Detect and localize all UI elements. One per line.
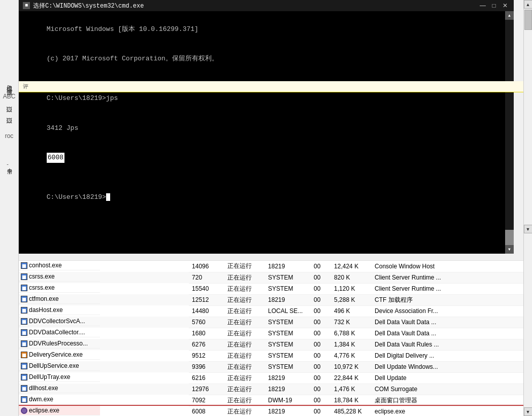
proc-name: conhost.exe	[19, 261, 100, 270]
proc-pid: 15540	[189, 283, 224, 294]
proc-desc: Console Window Host	[372, 261, 523, 272]
table-row[interactable]: DeliveryService.exe 9512 正在运行 SYSTEM 00 …	[19, 350, 523, 361]
proc-user: SYSTEM	[265, 283, 311, 294]
table-row[interactable]: ctfmon.exe 12512 正在运行 18219 00 5,288 K C…	[19, 294, 523, 305]
table-row[interactable]: csrss.exe 15540 正在运行 SYSTEM 00 1,120 K C…	[19, 283, 523, 294]
proc-icon	[21, 352, 27, 358]
proc-desc: Dell Update Windows...	[372, 361, 523, 372]
cmd-titlebar: ■ 选择C:\WINDOWS\system32\cmd.exe — □ ✕	[19, 0, 514, 11]
table-row[interactable]: conhost.exe 14096 正在运行 18219 00 12,424 K…	[19, 261, 523, 272]
proc-pid: 9396	[189, 361, 224, 372]
minimize-button[interactable]: —	[478, 1, 487, 10]
right-scrollbar[interactable]: ▲ ▼ ▼	[523, 0, 532, 416]
sidebar-item-cmd: 令,用于	[6, 164, 12, 165]
proc-pid: 14480	[189, 305, 224, 317]
proc-cpu: 00	[311, 317, 331, 328]
proc-icon	[21, 396, 27, 403]
cmd-scrollbar[interactable]: ▲ ▼	[505, 11, 514, 254]
proc-name-text: csrss.exe	[29, 273, 55, 280]
cmd-cursor	[106, 193, 110, 201]
proc-mem: 18,784 K	[331, 395, 372, 406]
cmd-line1: Microsoft Windows [版本 10.0.16299.371]	[47, 25, 198, 33]
proc-status: 正在运行	[224, 283, 265, 294]
table-row[interactable]: dasHost.exe 14480 正在运行 LOCAL SE... 00 49…	[19, 305, 523, 317]
proc-desc: Dell Data Vault Data ...	[372, 317, 523, 328]
proc-mem: 12,424 K	[331, 261, 372, 272]
proc-mem: 496 K	[331, 305, 372, 317]
proc-status: 正在运行	[224, 395, 265, 406]
left-sidebar: 虚拟机 拖放/ ABC 🖼 🖼 roc 令,用于	[0, 0, 19, 416]
scroll-down-arrow[interactable]: ▼	[524, 407, 533, 416]
proc-user: 18219	[265, 294, 311, 305]
partial-top-row	[19, 254, 523, 261]
proc-status: 正在运行	[224, 305, 265, 317]
proc-cpu: 00	[311, 384, 331, 395]
table-row[interactable]: DDVRulesProcesso... 6276 正在运行 SYSTEM 00 …	[19, 339, 523, 350]
proc-status: 正在运行	[224, 361, 265, 372]
proc-pid: 7092	[189, 395, 224, 406]
sidebar-item-abc: ABC	[3, 93, 16, 100]
cmd-scroll-thumb[interactable]	[505, 230, 514, 245]
proc-name-text: csrss.exe	[29, 284, 55, 291]
proc-name-text: dasHost.exe	[29, 306, 63, 314]
table-row[interactable]: dwm.exe 7092 正在运行 DWM-19 00 18,784 K 桌面窗…	[19, 395, 523, 406]
proc-cpu: 00	[311, 350, 331, 361]
proc-mem: 820 K	[331, 272, 372, 283]
proc-icon	[21, 285, 27, 291]
proc-mem: 1,120 K	[331, 283, 372, 294]
cmd-title: 选择C:\WINDOWS\system32\cmd.exe	[33, 2, 144, 10]
cmd-scroll-down[interactable]: ▼	[505, 245, 514, 254]
proc-icon	[21, 318, 27, 325]
table-row[interactable]: DDVCollectorSvcA... 5760 正在运行 SYSTEM 00 …	[19, 317, 523, 328]
proc-mem: 485,228 K	[331, 406, 372, 416]
proc-icon	[21, 273, 27, 280]
proc-desc: Client Server Runtime ...	[372, 283, 523, 294]
scroll-thumb[interactable]	[524, 10, 532, 30]
proc-user: DWM-19	[265, 395, 311, 406]
scroll-up-arrow[interactable]: ▲	[524, 0, 533, 9]
proc-mem: 6,788 K	[331, 328, 372, 339]
proc-cpu: 00	[311, 328, 331, 339]
scroll-down-arrow-mid[interactable]: ▼	[524, 225, 533, 233]
table-row[interactable]: DellUpService.exe 9396 正在运行 SYSTEM 00 10…	[19, 361, 523, 372]
proc-user: SYSTEM	[265, 339, 311, 350]
table-row[interactable]: DDVDataCollector.... 1680 正在运行 SYSTEM 00…	[19, 328, 523, 339]
close-button[interactable]: ✕	[501, 1, 510, 10]
proc-icon	[21, 374, 27, 380]
proc-icon	[21, 262, 27, 269]
proc-cpu: 00	[311, 406, 331, 416]
proc-name: dllhost.exe	[19, 384, 100, 393]
table-row[interactable]: csrss.exe 720 正在运行 SYSTEM 00 820 K Clien…	[19, 272, 523, 283]
proc-user: SYSTEM	[265, 350, 311, 361]
proc-name-text: eclipse.exe	[29, 407, 59, 414]
proc-name: ctfmon.exe	[19, 294, 100, 304]
eclipse-icon	[21, 407, 27, 414]
table-row[interactable]: dllhost.exe 12976 正在运行 18219 00 1,476 K …	[19, 384, 523, 395]
proc-pid: 9512	[189, 350, 224, 361]
table-row[interactable]: eclipse.exe 6008 正在运行 18219 00 485,228 K…	[19, 406, 523, 416]
proc-status: 正在运行	[224, 317, 265, 328]
proc-name-text: DellUpService.exe	[29, 362, 79, 369]
sidebar-item-img2: 🖼	[6, 117, 12, 124]
proc-user: LOCAL SE...	[265, 305, 311, 317]
cmd-line8: C:\Users\18219>	[47, 193, 106, 201]
maximize-button[interactable]: □	[489, 1, 498, 10]
proc-status: 正在运行	[224, 406, 265, 416]
proc-name-text: dwm.exe	[29, 396, 53, 403]
proc-status: 正在运行	[224, 372, 265, 384]
proc-status: 正在运行	[224, 384, 265, 395]
proc-mem: 10,972 K	[331, 361, 372, 372]
cmd-line4: C:\Users\18219>jps	[47, 94, 118, 102]
proc-name: DDVRulesProcesso...	[19, 339, 100, 349]
table-row[interactable]: DellUpTray.exe 6216 正在运行 18219 00 22,844…	[19, 372, 523, 384]
proc-name-text: DDVDataCollector....	[29, 329, 85, 336]
proc-pid: 14096	[189, 261, 224, 272]
proc-name: dwm.exe	[19, 395, 100, 404]
cmd-scroll-up[interactable]: ▲	[505, 11, 514, 20]
proc-desc: CTF 加载程序	[372, 294, 523, 305]
proc-name-text: DellUpTray.exe	[29, 373, 70, 380]
proc-user: 18219	[265, 261, 311, 272]
proc-mem: 22,844 K	[331, 372, 372, 384]
proc-pid: 5760	[189, 317, 224, 328]
proc-icon	[21, 363, 27, 369]
